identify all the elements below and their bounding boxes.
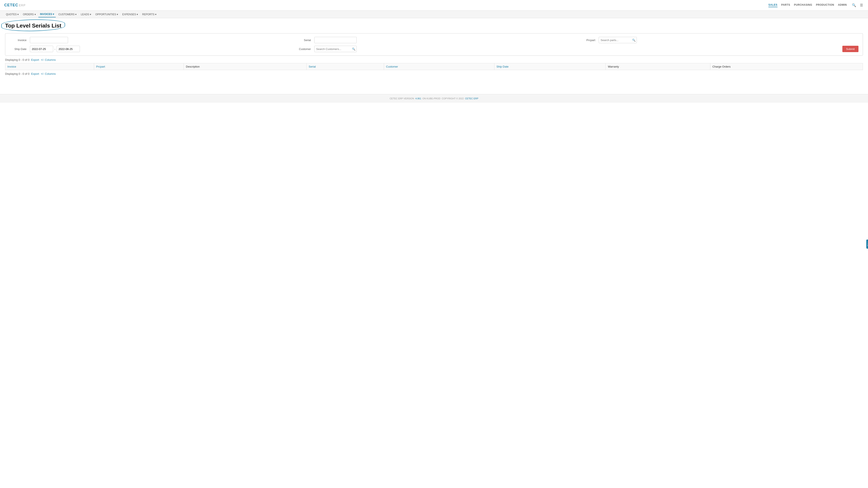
prcpart-search-wrapper: 🔍 <box>599 37 637 43</box>
display-count-top: Displaying 0 - 0 of 0 <box>5 58 29 61</box>
col-charge-orders: Charge Orders <box>710 63 863 70</box>
date-range: - <box>30 46 80 52</box>
display-count-bottom: Displaying 0 - 0 of 0 <box>5 72 29 75</box>
top-nav-right: SALES PARTS PURCHASING PRODUCTION ADMIN … <box>768 2 864 8</box>
table-header-row: Invoice Prcpart Description Serial Custo… <box>5 63 863 70</box>
nav-sales[interactable]: SALES <box>768 3 777 7</box>
ship-date-label: Ship Date <box>9 47 27 51</box>
col-prcpart[interactable]: Prcpart <box>94 63 184 70</box>
subnav-expenses[interactable]: EXPENSES ▾ <box>121 12 140 17</box>
page-content: Top Level Serials List Invoice Serial Pr… <box>0 18 868 82</box>
page-title: Top Level Serials List <box>5 23 61 29</box>
footer-text3: COPYRIGHT © 2022 <box>442 97 464 100</box>
customer-label: Customer <box>294 47 311 51</box>
page-title-container: Top Level Serials List <box>5 23 61 29</box>
logo-name: CETEC <box>4 3 18 7</box>
nav-parts[interactable]: PARTS <box>781 3 790 7</box>
top-navigation: CETEC ERP SALES PARTS PURCHASING PRODUCT… <box>0 0 868 10</box>
export-link-top[interactable]: Export <box>31 58 39 61</box>
export-link-bottom[interactable]: Export <box>31 72 39 75</box>
nav-admin[interactable]: ADMIN <box>838 3 847 7</box>
footer-link[interactable]: CETEC ERP <box>465 97 478 100</box>
columns-link-top[interactable]: +/- Columns <box>41 58 56 61</box>
nav-production[interactable]: PRODUCTION <box>816 3 834 7</box>
data-table: Invoice Prcpart Description Serial Custo… <box>5 63 863 70</box>
subnav-customers[interactable]: CUSTOMERS ▾ <box>57 12 78 17</box>
top-nav-icons: 🔍 ☰ <box>851 2 864 8</box>
displaying-info-bottom: Displaying 0 - 0 of 0 Export +/- Columns <box>5 72 863 75</box>
prcpart-input[interactable] <box>599 37 637 43</box>
invoice-input[interactable] <box>30 37 68 43</box>
displaying-info-top: Displaying 0 - 0 of 0 Export +/- Columns <box>5 58 863 61</box>
logo-suffix: ERP <box>19 4 26 7</box>
submit-button[interactable]: Submit <box>842 46 859 52</box>
ship-date-to-input[interactable] <box>57 46 80 52</box>
serial-input[interactable] <box>314 37 356 43</box>
nav-purchasing[interactable]: PURCHASING <box>794 3 812 7</box>
col-ship-date[interactable]: Ship Date <box>494 63 606 70</box>
prcpart-group: Prcpart 🔍 <box>578 37 859 43</box>
serial-label: Serial <box>294 38 311 42</box>
filter-box: Invoice Serial Prcpart 🔍 Ship Date <box>5 33 863 56</box>
subnav-reports[interactable]: REPORTS ▾ <box>141 12 158 17</box>
col-serial[interactable]: Serial <box>306 63 384 70</box>
subnav-orders[interactable]: ORDERS ▾ <box>21 12 37 17</box>
customer-input[interactable] <box>314 46 356 52</box>
menu-button[interactable]: ☰ <box>859 2 864 8</box>
top-nav-links: SALES PARTS PURCHASING PRODUCTION ADMIN <box>768 3 847 7</box>
ship-date-from-input[interactable] <box>30 46 53 52</box>
invoice-group: Invoice <box>9 37 290 43</box>
subnav-leads[interactable]: LEADS ▾ <box>79 12 93 17</box>
prcpart-search-icon: 🔍 <box>632 38 636 42</box>
logo[interactable]: CETEC ERP <box>4 3 26 7</box>
customer-search-wrapper: 🔍 <box>314 46 356 52</box>
footer-version: 4.061 <box>415 97 421 100</box>
col-description: Description <box>184 63 306 70</box>
customer-group: Customer 🔍 <box>294 46 574 52</box>
filter-row-2: Ship Date - Customer 🔍 Submit <box>9 46 859 52</box>
col-customer[interactable]: Customer <box>384 63 494 70</box>
col-warranty: Warranty <box>606 63 710 70</box>
date-separator: - <box>55 47 55 51</box>
table-header: Invoice Prcpart Description Serial Custo… <box>5 63 863 70</box>
subnav-opportunities[interactable]: OPPORTUNITIES ▾ <box>94 12 120 17</box>
invoice-label: Invoice <box>9 38 27 42</box>
search-button[interactable]: 🔍 <box>851 2 857 8</box>
footer-text2: ON KUBE-PROD <box>423 97 440 100</box>
col-invoice[interactable]: Invoice <box>5 63 94 70</box>
prcpart-label: Prcpart <box>578 38 595 42</box>
columns-link-bottom[interactable]: +/- Columns <box>41 72 56 75</box>
ship-date-group: Ship Date - <box>9 46 290 52</box>
submit-group: Submit <box>578 46 859 52</box>
subnav-quotes[interactable]: QUOTES ▾ <box>4 12 20 17</box>
footer-text1: CETEC ERP VERSION <box>390 97 414 100</box>
sub-navigation: QUOTES ▾ ORDERS ▾ INVOICES ▾ CUSTOMERS ▾… <box>0 10 868 18</box>
filter-row-1: Invoice Serial Prcpart 🔍 <box>9 37 859 43</box>
subnav-invoices[interactable]: INVOICES ▾ <box>38 11 56 18</box>
serial-group: Serial <box>294 37 574 43</box>
footer: CETEC ERP VERSION 4.061 ON KUBE-PROD COP… <box>0 94 868 103</box>
